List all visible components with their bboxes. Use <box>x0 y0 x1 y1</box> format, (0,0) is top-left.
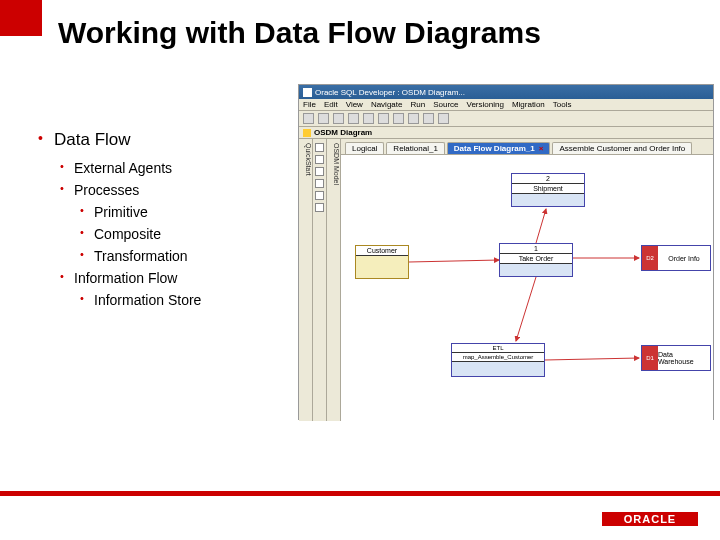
close-tab-icon[interactable]: × <box>539 144 544 153</box>
bullet-dataflow: Data Flow <box>32 130 292 150</box>
process-shipment[interactable]: 2 Shipment <box>511 173 585 207</box>
palette-icon[interactable] <box>315 179 324 188</box>
toolbar-icon[interactable] <box>348 113 359 124</box>
process-body <box>500 264 572 276</box>
agent-customer[interactable]: Customer <box>355 245 409 279</box>
process-num: ETL <box>452 344 544 353</box>
menu-view[interactable]: View <box>346 100 363 109</box>
slide-title: Working with Data Flow Diagrams <box>58 16 541 50</box>
process-body <box>512 194 584 206</box>
menubar: File Edit View Navigate Run Source Versi… <box>299 99 713 111</box>
menu-versioning[interactable]: Versioning <box>467 100 504 109</box>
bullet-composite: Composite <box>32 226 292 242</box>
palette <box>313 139 327 421</box>
editor-tabs: Logical Relational_1 Data Flow Diagram_1… <box>341 139 713 155</box>
side-tab-model[interactable]: OSDM Model <box>327 139 341 421</box>
toolbar-icon[interactable] <box>333 113 344 124</box>
process-label: Shipment <box>512 184 584 194</box>
toolbar-icon[interactable] <box>408 113 419 124</box>
tab-dataflow[interactable]: Data Flow Diagram_1× <box>447 142 551 154</box>
process-num: 2 <box>512 174 584 184</box>
process-label: map_Assemble_Customer <box>452 353 544 362</box>
menu-run[interactable]: Run <box>410 100 425 109</box>
process-etl[interactable]: ETL map_Assemble_Customer <box>451 343 545 377</box>
menu-navigate[interactable]: Navigate <box>371 100 403 109</box>
process-num: 1 <box>500 244 572 254</box>
canvas-area: Logical Relational_1 Data Flow Diagram_1… <box>341 139 713 421</box>
menu-file[interactable]: File <box>303 100 316 109</box>
footer-bar <box>0 491 720 496</box>
slide-footer: ORACLE <box>0 480 720 540</box>
toolbar-icon[interactable] <box>438 113 449 124</box>
app-icon <box>303 88 312 97</box>
accent-block <box>0 0 42 36</box>
palette-icon[interactable] <box>315 155 324 164</box>
toolbar-icon[interactable] <box>423 113 434 124</box>
palette-icon[interactable] <box>315 143 324 152</box>
tab-dataflow-label: Data Flow Diagram_1 <box>454 144 535 153</box>
palette-icon[interactable] <box>315 167 324 176</box>
bullet-information-store: Information Store <box>32 292 292 308</box>
bullet-information-flow: Information Flow <box>32 270 292 286</box>
menu-migration[interactable]: Migration <box>512 100 545 109</box>
tab-assemble[interactable]: Assemble Customer and Order Info <box>552 142 692 154</box>
toolbar-icon[interactable] <box>363 113 374 124</box>
bullet-external-agents: External Agents <box>32 160 292 176</box>
tab-relational[interactable]: Relational_1 <box>386 142 444 154</box>
agent-label: Customer <box>356 246 408 256</box>
menu-source[interactable]: Source <box>433 100 458 109</box>
svg-line-1 <box>536 209 546 243</box>
svg-line-4 <box>545 358 639 360</box>
tab-logical[interactable]: Logical <box>345 142 384 154</box>
store-label: Order Info <box>658 246 710 270</box>
side-tab-quickstart[interactable]: QuickStart <box>299 139 313 421</box>
menu-tools[interactable]: Tools <box>553 100 572 109</box>
process-body <box>452 362 544 376</box>
toolbar-icon[interactable] <box>378 113 389 124</box>
bullet-transformation: Transformation <box>32 248 292 264</box>
app-screenshot: Oracle SQL Developer : OSDM Diagram... F… <box>298 84 714 420</box>
process-label: Take Order <box>500 254 572 264</box>
store-order-info[interactable]: D2 Order Info <box>641 245 711 271</box>
toolbar-icon[interactable] <box>318 113 329 124</box>
palette-icon[interactable] <box>315 191 324 200</box>
window-titlebar: Oracle SQL Developer : OSDM Diagram... <box>299 85 713 99</box>
menu-edit[interactable]: Edit <box>324 100 338 109</box>
store-label: Data Warehouse <box>658 346 710 370</box>
oracle-logo: ORACLE <box>602 512 698 526</box>
window-title-text: Oracle SQL Developer : OSDM Diagram... <box>315 88 465 97</box>
toolbar-icon[interactable] <box>393 113 404 124</box>
doc-tab-label[interactable]: OSDM Diagram <box>314 128 372 137</box>
document-tab-bar: OSDM Diagram <box>299 127 713 139</box>
diagram-canvas[interactable]: 2 Shipment Customer 1 Take Order ETL map… <box>341 155 713 421</box>
process-take-order[interactable]: 1 Take Order <box>499 243 573 277</box>
bullet-primitive: Primitive <box>32 204 292 220</box>
store-warehouse[interactable]: D1 Data Warehouse <box>641 345 711 371</box>
bullet-list: Data Flow External Agents Processes Prim… <box>32 130 292 314</box>
workspace: QuickStart OSDM Model Logical Relational… <box>299 139 713 421</box>
agent-body <box>356 256 408 278</box>
store-tag: D1 <box>642 346 658 370</box>
doc-icon <box>303 129 311 137</box>
toolbar <box>299 111 713 127</box>
bullet-processes: Processes <box>32 182 292 198</box>
svg-line-3 <box>516 277 536 341</box>
palette-icon[interactable] <box>315 203 324 212</box>
toolbar-icon[interactable] <box>303 113 314 124</box>
store-tag: D2 <box>642 246 658 270</box>
svg-line-0 <box>409 260 499 262</box>
